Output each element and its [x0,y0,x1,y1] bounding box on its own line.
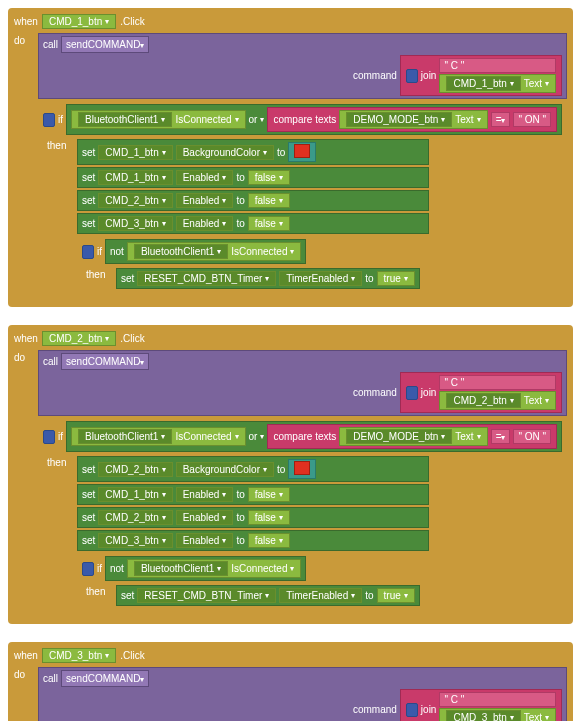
set-cmd1-bgcolor[interactable]: set CMD_1_btn▾ BackgroundColor▾ to [77,139,429,165]
string-on[interactable]: " ON " [513,112,551,127]
set-cmd1-enabled[interactable]: set CMD_1_btn▾ Enabled▾ to false▾ [77,167,429,188]
join-block[interactable]: join " C " CMD_1_btn▾ Text▾ [400,55,562,96]
call-sendcommand[interactable]: call sendCOMMAND▾ command join " C " CMD… [38,667,567,721]
getter-cmd2-text[interactable]: CMD_2_btn▾ Text▾ [439,391,556,410]
getter-demomode-text[interactable]: DEMO_MODE_btn▾ Text▾ [339,110,487,129]
proc-name[interactable]: sendCOMMAND▾ [61,36,149,53]
event-block-cmd1: when CMD_1_btn▾ .Click do call sendCOMMA… [8,8,573,307]
nested-if-2[interactable]: if not BluetoothClient1▾ IsConnected▾ [77,553,429,611]
join-block[interactable]: join " C " CMD_2_btn▾ Text▾ [400,372,562,413]
join-block[interactable]: join " C " CMD_3_btn▾ Text▾ [400,689,562,721]
val-true[interactable]: true▾ [377,271,415,286]
set-cmd2-enabled[interactable]: set CMD_2_btn▾ Enabled▾ to false▾ [77,190,429,211]
getter-bt-connected[interactable]: BluetoothClient1▾ IsConnected▾ [127,242,302,261]
click-event: .Click [120,16,144,27]
compare-texts-block[interactable]: compare texts DEMO_MODE_btn▾ Text▾ =▾ " … [267,107,557,132]
call-sendcommand[interactable]: call sendCOMMAND▾ command join " C " CMD… [38,350,567,416]
if-block-1[interactable]: if BluetoothClient1▾ IsConnected▾ or▾ co… [38,101,567,299]
event-block-cmd2: when CMD_2_btn▾ .Click do call sendCOMMA… [8,325,573,624]
or-block[interactable]: BluetoothClient1▾ IsConnected▾ or▾ compa… [66,104,562,135]
cmd2-ref[interactable]: CMD_2_btn▾ [42,331,116,346]
getter-cmd3-text[interactable]: CMD_3_btn▾ Text▾ [439,708,556,721]
not-block[interactable]: not BluetoothClient1▾ IsConnected▾ [105,239,306,264]
color-red[interactable] [288,142,316,162]
nested-if-1[interactable]: if not BluetoothClient1▾ IsConnected▾ [77,236,429,294]
mutator-icon[interactable] [406,69,418,83]
if-block-2[interactable]: if BluetoothClient1▾ IsConnected▾ or▾ co… [38,418,567,616]
event-block-cmd3: when CMD_3_btn▾ .Click do call sendCOMMA… [8,642,573,721]
call-sendcommand[interactable]: call sendCOMMAND▾ command join " C " CMD… [38,33,567,99]
getter-bt-connected[interactable]: BluetoothClient1▾ IsConnected▾ [71,110,246,129]
set-timer-enabled[interactable]: set RESET_CMD_BTN_Timer▾ TimerEnabled▾ t… [116,268,420,289]
cmd3-ref[interactable]: CMD_3_btn▾ [42,648,116,663]
do-label: do [14,33,34,46]
if-mutator-icon[interactable] [43,113,55,127]
getter-cmd1-text[interactable]: CMD_1_btn▾ Text▾ [439,74,556,93]
set-cmd2-bgcolor[interactable]: set CMD_2_btn▾ BackgroundColor▾ to [77,456,429,482]
when-keyword: when [14,16,38,27]
then-label: then [47,139,73,151]
val-false[interactable]: false▾ [248,170,290,185]
cmd1-ref[interactable]: CMD_1_btn▾ [42,14,116,29]
eq-op[interactable]: =▾ [491,112,511,127]
set-cmd3-enabled[interactable]: set CMD_3_btn▾ Enabled▾ to false▾ [77,213,429,234]
if-mutator-icon[interactable] [82,245,94,259]
param-command: command [353,70,397,81]
string-c[interactable]: " C " [439,58,556,73]
